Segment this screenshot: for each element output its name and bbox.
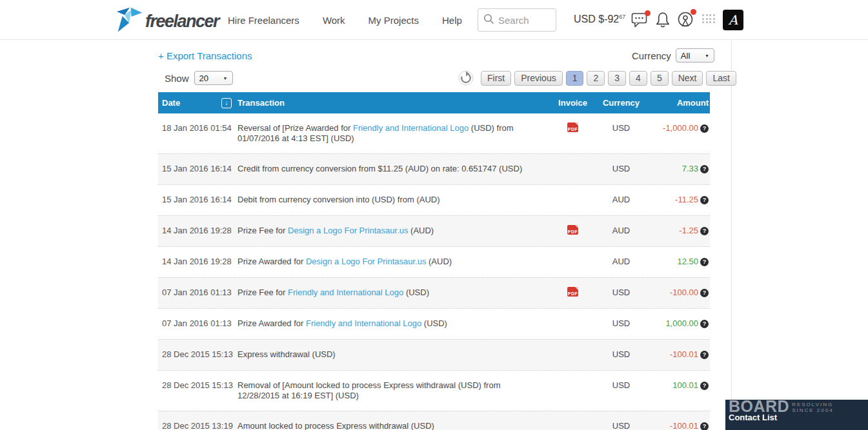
amount-value: 7.33 [682,164,698,173]
page-button-1[interactable]: 1 [566,71,584,86]
cell-transaction: Removal of [Amount locked to process Exp… [237,380,555,401]
project-link[interactable]: Friendly and International Logo [353,123,469,133]
amount-help-icon[interactable]: ? [700,196,709,204]
table-row: 28 Dec 2015 15:13 Express withdrawal (US… [158,339,710,370]
currency-select[interactable]: All ▼ [676,48,714,63]
export-transactions-link[interactable]: + Export Transactions [158,50,252,61]
table-row: 15 Jan 2016 16:14 Debit from currency co… [158,184,710,215]
board-tagline-1: RESOLVING [792,402,833,407]
notifications-bell-icon[interactable] [654,11,672,28]
transactions-table: Date ↓ Transaction Invoice Currency Amou… [158,92,710,430]
amount-value: -1.25 [679,226,698,235]
cell-date: 07 Jan 2016 01:13 [158,318,237,328]
amount-help-icon[interactable]: ? [700,227,709,235]
table-row: 18 Jan 2016 01:54 Reversal of [Prize Awa… [158,113,710,153]
cell-date: 18 Jan 2016 01:54 [158,123,237,133]
search-icon [483,14,494,27]
cell-currency: USD [590,380,652,390]
amount-help-icon[interactable]: ? [700,165,709,173]
amount-value: -1,000.00 [663,123,698,133]
page-button-first[interactable]: First [481,71,511,86]
header-date[interactable]: Date [162,98,180,108]
nav-item-my-projects[interactable]: My Projects [368,15,419,26]
freelancer-bird-icon [116,7,143,35]
cell-transaction: Credit from currency conversion from $11… [237,164,555,174]
amount-help-icon[interactable]: ? [700,124,709,133]
pagination: FirstPrevious12345NextLast [481,71,736,86]
project-link[interactable]: Design a Logo For Printasaur.us [306,257,426,266]
logo-text: freelancer [145,12,219,32]
freelancer-logo[interactable]: freelancer [116,7,219,35]
cell-transaction: Prize Awarded for Design a Logo For Prin… [237,257,555,267]
table-row: 28 Dec 2015 15:13 Removal of [Amount loc… [158,370,710,411]
amount-help-icon[interactable]: ? [700,422,709,430]
amount-help-icon[interactable]: ? [700,258,709,266]
cell-currency: USD [590,288,652,297]
top-navigation-bar: freelancer Hire Freelancers Work My Proj… [0,0,868,40]
show-select-value: 20 [199,73,208,83]
amount-value: -100.01 [670,349,698,359]
currency-label: Currency [632,50,671,61]
account-balance[interactable]: USD $-9267 [574,14,625,25]
amount-help-icon[interactable]: ? [700,351,709,359]
pdf-label: PDF [567,230,578,234]
refresh-icon[interactable] [458,70,474,86]
page-button-5[interactable]: 5 [651,71,669,86]
messages-icon[interactable] [631,12,649,29]
page-button-3[interactable]: 3 [608,71,626,86]
cell-currency: AUD [590,226,652,235]
amount-value: 100.01 [672,380,698,390]
table-row: 28 Dec 2015 13:19 Amount locked to proce… [158,411,710,430]
cell-transaction: Express withdrawal (USD) [237,349,555,360]
page-button-previous[interactable]: Previous [514,71,562,86]
chevron-down-icon: ▼ [223,76,228,81]
page-button-2[interactable]: 2 [587,71,605,86]
cell-date: 28 Dec 2015 13:19 [158,421,237,430]
broadcast-badge [691,9,696,15]
apps-grid-icon[interactable] [702,14,715,23]
page-button-next[interactable]: Next [672,71,703,86]
table-header: Date ↓ Transaction Invoice Currency Amou… [158,92,710,113]
pdf-invoice-icon[interactable]: PDF [567,122,578,132]
cell-date: 15 Jan 2016 16:14 [158,164,237,173]
nav-item-work[interactable]: Work [323,15,345,26]
table-row: 14 Jan 2016 19:28 Prize Awarded for Desi… [158,246,710,277]
search-box [478,8,556,32]
header-currency: Currency [590,98,652,108]
transactions-body: 18 Jan 2016 01:54 Reversal of [Prize Awa… [158,113,710,430]
pdf-label: PDF [567,291,578,296]
cell-currency: AUD [590,195,652,204]
amount-help-icon[interactable]: ? [700,320,709,328]
sort-descending-icon[interactable]: ↓ [221,98,232,108]
main-menu: Hire Freelancers Work My Projects Help [228,0,462,40]
nav-item-help[interactable]: Help [442,15,462,26]
amount-value: -100.01 [670,421,698,430]
page-button-last[interactable]: Last [706,71,736,86]
amount-help-icon[interactable]: ? [700,382,709,390]
table-row: 15 Jan 2016 16:14 Credit from currency c… [158,153,710,184]
pdf-invoice-icon[interactable]: PDF [567,287,578,297]
cell-transaction: Prize Awarded for Friendly and Internati… [237,318,555,329]
contact-list-link[interactable]: Contact List [729,413,868,422]
project-link[interactable]: Friendly and International Logo [306,318,421,328]
cell-date: 14 Jan 2016 19:28 [158,257,237,266]
cell-currency: USD [590,164,652,173]
search-input[interactable] [498,15,550,26]
cell-currency: USD [590,318,652,328]
cell-currency: AUD [590,257,652,266]
page-button-4[interactable]: 4 [629,71,647,86]
amount-value: -11.25 [675,195,698,204]
broadcast-feed-icon[interactable] [677,11,695,28]
project-link[interactable]: Design a Logo For Printasaur.us [288,226,408,235]
header-invoice: Invoice [555,98,590,108]
header-transaction[interactable]: Transaction [237,98,555,108]
nav-item-hire-freelancers[interactable]: Hire Freelancers [228,15,299,26]
show-select[interactable]: 20 ▼ [194,71,233,85]
amount-help-icon[interactable]: ? [700,289,709,297]
messages-badge [645,10,651,16]
currency-select-value: All [681,51,690,61]
project-link[interactable]: Friendly and International Logo [288,288,403,297]
pdf-invoice-icon[interactable]: PDF [567,225,578,235]
cell-transaction: Amount locked to process Express withdra… [237,421,555,430]
user-avatar[interactable]: A [723,10,743,30]
